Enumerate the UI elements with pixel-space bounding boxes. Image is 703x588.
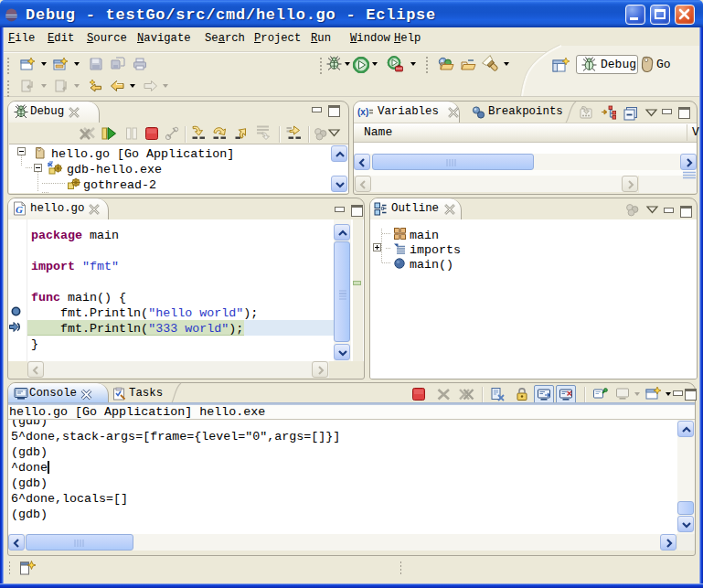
svg-text:(x): (x) <box>357 107 368 117</box>
svg-text:G: G <box>16 204 23 215</box>
